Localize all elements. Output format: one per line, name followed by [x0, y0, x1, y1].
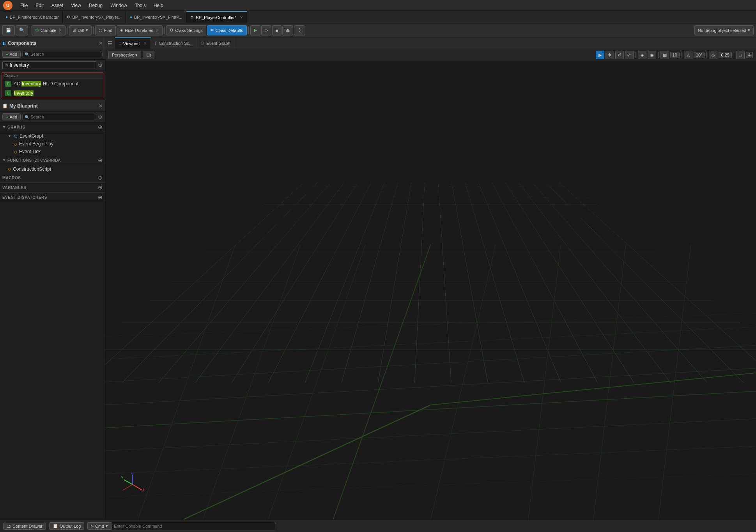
components-add-icon: +: [6, 52, 8, 57]
macros-add-icon[interactable]: ⊕: [98, 175, 103, 181]
scale-value[interactable]: 0.25: [719, 52, 731, 58]
vp-tools: ▶ ✥ ↺ ⤢ ◈ ◉ ▦ 10 △ 10° ◇: [596, 51, 753, 59]
perspective-label: Perspective: [112, 53, 134, 57]
tab-bp-player-controller[interactable]: ⚙ BP_PlayerController* ✕: [186, 11, 247, 23]
compile-icon: ⚙: [35, 28, 39, 33]
my-blueprint-panel-close[interactable]: ✕: [99, 103, 103, 109]
cmd-area: > Cmd ▾: [87, 522, 275, 530]
panel-collapse-button[interactable]: ☰: [105, 40, 115, 46]
cmd-selector[interactable]: > Cmd ▾: [87, 522, 112, 530]
menu-edit[interactable]: Edit: [32, 2, 47, 9]
surface-snap-tool[interactable]: ◈: [638, 51, 646, 59]
scale-tool[interactable]: ⤢: [625, 51, 634, 59]
result-item-1[interactable]: C Inventory: [2, 88, 103, 98]
perspective-button[interactable]: Perspective ▾: [108, 51, 141, 59]
my-blueprint-settings-gear[interactable]: ⚙: [98, 114, 103, 120]
menu-view[interactable]: View: [68, 2, 84, 9]
functions-add-icon[interactable]: ⊕: [98, 157, 103, 163]
viewport-axes: X Z Y: [121, 473, 144, 496]
cmd-chevron-icon: ▾: [106, 523, 108, 528]
macros-section-header[interactable]: MACROS ⊕: [0, 173, 105, 183]
tab-bp-inventory-player[interactable]: ⚙ BP_InventorySX_Player...: [63, 11, 126, 23]
menu-asset[interactable]: Asset: [48, 2, 66, 9]
inventory-search-input[interactable]: [10, 62, 94, 68]
viewport-canvas[interactable]: X Z Y: [105, 61, 756, 520]
camera-tool[interactable]: ◉: [648, 51, 656, 59]
browse-button[interactable]: 🔍: [16, 25, 28, 35]
my-blueprint-search-input[interactable]: [30, 115, 94, 119]
eject-button[interactable]: ⏏: [282, 25, 293, 35]
console-input[interactable]: [112, 522, 275, 530]
playback-more-button[interactable]: ⋮: [294, 25, 305, 35]
tab-construction-icon: ƒ: [155, 41, 157, 45]
app-logo[interactable]: U: [3, 1, 12, 10]
components-panel-close[interactable]: ✕: [99, 41, 103, 46]
graphs-add-icon[interactable]: ⊕: [98, 124, 103, 130]
menu-help[interactable]: Help: [150, 2, 166, 9]
compile-button[interactable]: ⚙ Compile ⋮: [32, 25, 66, 35]
save-button[interactable]: 💾: [2, 25, 15, 35]
play-button[interactable]: ▶: [250, 25, 260, 35]
angle-value[interactable]: 10°: [694, 52, 705, 58]
camera-speed-tool[interactable]: □: [736, 51, 745, 59]
components-add-label: Add: [9, 52, 17, 57]
variables-add-icon[interactable]: ⊕: [98, 184, 103, 191]
results-section-label: Custom: [2, 73, 103, 79]
menu-tools[interactable]: Tools: [132, 2, 149, 9]
angle-tool[interactable]: △: [684, 51, 692, 59]
tab-event-graph[interactable]: ⬡ Event Graph: [197, 37, 235, 49]
components-search-input[interactable]: [30, 52, 100, 57]
hide-unrelated-button[interactable]: ◈ Hide Unrelated ⋮: [117, 25, 163, 35]
grid-value[interactable]: 10: [670, 52, 680, 58]
toolbar-divider-4: [164, 27, 165, 34]
components-search-box[interactable]: 🔍: [22, 51, 103, 57]
event-dispatchers-section-header[interactable]: EVENT DISPATCHERS ⊕: [0, 193, 105, 202]
tab-viewport-close[interactable]: ✕: [143, 41, 147, 46]
grid-tool[interactable]: ▦: [660, 51, 669, 59]
tab-bp-inventory-first[interactable]: ● BP_InventorySX_FirstP...: [126, 11, 186, 23]
step-over-button[interactable]: ▷: [261, 25, 271, 35]
my-blueprint-search-box[interactable]: 🔍: [22, 114, 96, 120]
event-tick-item[interactable]: ◇ Event Tick: [0, 148, 105, 156]
lit-button[interactable]: Lit: [143, 51, 154, 59]
output-log-button[interactable]: 📋 Output Log: [49, 522, 84, 530]
content-drawer-button[interactable]: 🗂 Content Drawer: [3, 523, 46, 530]
scale-tool-btn[interactable]: ◇: [709, 51, 717, 59]
svg-line-12: [431, 244, 496, 520]
functions-section-header[interactable]: ▼ FUNCTIONS (20 OVERRIDA ⊕: [0, 156, 105, 165]
vp-tool-separator-3: [682, 52, 682, 58]
svg-line-18: [133, 484, 142, 490]
debug-selector[interactable]: No debug object selected ▾: [694, 25, 754, 35]
tab-construction-script[interactable]: ƒ Construction Sc...: [151, 37, 197, 49]
diff-button[interactable]: ⊞ Diff ▾: [69, 25, 91, 35]
menu-window[interactable]: Window: [107, 2, 130, 9]
camera-speed-value[interactable]: 4: [746, 52, 753, 58]
my-blueprint-add-label: Add: [9, 115, 17, 119]
stop-button[interactable]: ■: [272, 25, 282, 35]
my-blueprint-add-button[interactable]: + Add: [2, 113, 21, 120]
variables-section-header[interactable]: VARIABLES ⊕: [0, 183, 105, 193]
find-button[interactable]: ◎ Find: [95, 25, 116, 35]
class-settings-button[interactable]: ⚙ Class Settings: [166, 25, 206, 35]
move-tool[interactable]: ✥: [606, 51, 614, 59]
select-tool[interactable]: ▶: [596, 51, 604, 59]
graphs-section-header[interactable]: ▼ GRAPHS ⊕: [0, 122, 105, 132]
vp-tool-separator-5: [734, 52, 734, 58]
rotate-tool[interactable]: ↺: [615, 51, 624, 59]
tab-viewport[interactable]: □ Viewport ✕: [115, 37, 151, 49]
components-add-button[interactable]: + Add: [2, 51, 21, 58]
event-dispatchers-add-icon[interactable]: ⊕: [98, 194, 103, 200]
inventory-search-box: ✕: [2, 61, 96, 69]
inventory-settings-gear[interactable]: ⚙: [98, 62, 103, 68]
inventory-clear-icon[interactable]: ✕: [5, 62, 9, 68]
tab-bp-player-controller-close[interactable]: ✕: [240, 15, 243, 19]
construction-script-item[interactable]: ↻ ConstructionScript: [0, 165, 105, 173]
toolbar-divider-2: [67, 27, 67, 34]
event-begin-play-item[interactable]: ◇ Event BeginPlay: [0, 140, 105, 148]
event-graph-item[interactable]: ▼ ⬡ EventGraph: [0, 132, 105, 140]
menu-debug[interactable]: Debug: [86, 2, 106, 9]
tab-bp-first[interactable]: ● BP_FirstPersonCharacter: [2, 11, 63, 23]
result-item-0[interactable]: C AC Inventory HUD Component: [2, 79, 103, 88]
class-defaults-button[interactable]: ✏ Class Defaults: [207, 25, 247, 35]
menu-file[interactable]: File: [17, 2, 31, 9]
